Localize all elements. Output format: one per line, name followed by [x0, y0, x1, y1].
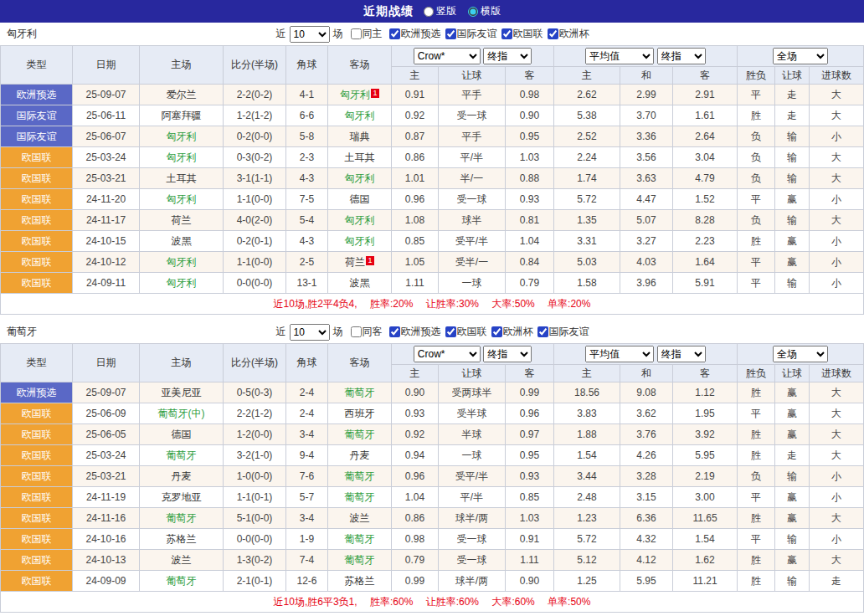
bookmaker-index-select[interactable]: 终指	[483, 346, 532, 362]
avg-draw: 3.15	[620, 487, 673, 508]
result-overunder: 小	[810, 273, 864, 294]
competition-checkbox-input[interactable]	[548, 28, 558, 39]
home-team: 匈牙利	[140, 126, 224, 147]
score: 1-2(1-2)	[224, 105, 286, 126]
average-index-select[interactable]: 终指	[657, 346, 706, 362]
competition-type: 欧国联	[1, 571, 73, 592]
bookmaker-select[interactable]: Crow*	[414, 48, 481, 64]
odds-away: 0.95	[506, 445, 554, 466]
competition-checkbox[interactable]: 欧国联	[501, 27, 543, 41]
same-venue-checkbox[interactable]: 同客	[351, 325, 383, 339]
odds-home: 1.01	[392, 168, 439, 189]
bookmaker-index-select[interactable]: 终指	[483, 48, 532, 64]
odds-away: 0.96	[506, 403, 554, 424]
competition-type: 欧国联	[1, 487, 73, 508]
score: 2-1(0-1)	[224, 571, 286, 592]
match-row: 欧国联 24-10-12 匈牙利 1-1(0-0) 2-5 荷兰1 1.05 受…	[1, 252, 864, 273]
odds-home: 0.93	[392, 403, 439, 424]
odds-away: 0.85	[506, 487, 554, 508]
same-venue-checkbox[interactable]: 同主	[351, 27, 383, 41]
competition-checkbox[interactable]: 欧洲预选	[389, 325, 441, 339]
home-team: 匈牙利	[140, 189, 224, 210]
avg-home: 1.58	[554, 273, 620, 294]
avg-draw: 3.36	[620, 126, 673, 147]
average-index-select[interactable]: 终指	[657, 48, 706, 64]
away-team-name: 葡萄牙	[345, 429, 375, 440]
competition-checkbox[interactable]: 欧洲杯	[491, 325, 533, 339]
layout-radio[interactable]: 竖版	[424, 4, 456, 18]
competition-checkbox[interactable]: 欧洲杯	[548, 27, 589, 41]
away-team-name: 匈牙利	[345, 214, 375, 226]
competition-checkbox-label: 国际友谊	[549, 325, 589, 339]
match-date: 25-06-11	[73, 105, 140, 126]
recent-count-select[interactable]: 10	[290, 26, 330, 43]
match-date: 25-03-21	[73, 466, 140, 487]
away-team: 德国	[328, 189, 392, 210]
scope-select[interactable]: 全场	[773, 346, 828, 362]
score: 1-2(0-0)	[224, 424, 286, 445]
avg-home: 5.38	[554, 105, 620, 126]
recent-count-select[interactable]: 10	[290, 324, 330, 341]
result-wdl: 胜	[738, 550, 775, 571]
scope-select[interactable]: 全场	[773, 48, 828, 64]
col-avg-away: 客	[673, 67, 738, 85]
avg-draw: 5.95	[620, 571, 673, 592]
result-handicap: 赢	[775, 550, 810, 571]
avg-away: 8.28	[673, 210, 738, 231]
layout-radio-input[interactable]	[424, 7, 434, 17]
competition-checkbox-input[interactable]	[537, 326, 548, 337]
avg-away: 1.95	[673, 403, 738, 424]
result-handicap: 输	[775, 168, 810, 189]
result-wdl: 胜	[738, 424, 775, 445]
avg-away: 2.19	[673, 466, 738, 487]
average-select[interactable]: 平均值	[585, 48, 654, 64]
avg-draw: 3.76	[620, 424, 673, 445]
competition-checkbox-input[interactable]	[501, 28, 512, 39]
match-row: 欧国联 24-09-09 葡萄牙 2-1(0-1) 12-6 苏格兰 0.99 …	[1, 571, 864, 592]
competition-checkbox-input[interactable]	[389, 28, 400, 39]
result-overunder: 小	[810, 529, 864, 550]
competition-checkbox-input[interactable]	[389, 326, 400, 337]
home-team-name: 德国	[172, 429, 192, 440]
result-wdl: 胜	[738, 571, 775, 592]
match-date: 24-10-12	[73, 252, 140, 273]
same-venue-input[interactable]	[351, 326, 362, 337]
competition-checkbox-input[interactable]	[445, 28, 456, 39]
corners: 12-6	[286, 571, 328, 592]
score: 1-1(0-1)	[224, 487, 286, 508]
same-venue-input[interactable]	[351, 28, 362, 39]
avg-draw: 4.26	[620, 445, 673, 466]
avg-home: 5.03	[554, 252, 620, 273]
avg-home: 1.35	[554, 210, 620, 231]
col-type: 类型	[1, 344, 73, 382]
competition-type: 欧国联	[1, 550, 73, 571]
average-select[interactable]: 平均值	[585, 346, 654, 362]
score: 0-5(0-3)	[224, 382, 286, 403]
handicap-line: 平/半	[439, 147, 506, 168]
away-team-name: 葡萄牙	[345, 491, 375, 503]
bookmaker-select[interactable]: Crow*	[414, 346, 481, 362]
competition-checkbox-input[interactable]	[445, 326, 456, 337]
score: 1-3(0-2)	[224, 550, 286, 571]
home-team: 土耳其	[140, 168, 224, 189]
result-overunder: 大	[810, 403, 864, 424]
corners: 7-4	[286, 550, 328, 571]
competition-checkbox[interactable]: 欧洲预选	[389, 27, 441, 41]
layout-radio-input[interactable]	[468, 7, 478, 17]
competition-checkbox[interactable]: 国际友谊	[537, 325, 589, 339]
avg-away: 1.61	[673, 105, 738, 126]
competition-checkbox-input[interactable]	[491, 326, 502, 337]
competition-checkbox-label: 欧洲杯	[559, 27, 589, 41]
recent-results-page: 近期战绩 竖版 横版 匈牙利 近 10 场	[0, 0, 864, 613]
col-odds-away: 客	[506, 365, 554, 382]
competition-checkbox[interactable]: 欧国联	[445, 325, 487, 339]
avg-home: 18.56	[554, 382, 620, 403]
layout-radio[interactable]: 横版	[468, 4, 501, 18]
odds-away: 0.91	[506, 529, 554, 550]
same-venue-label: 同主	[363, 27, 383, 41]
competition-checkbox[interactable]: 国际友谊	[445, 27, 497, 41]
recent-label-suffix: 场	[333, 325, 343, 339]
competition-type: 欧洲预选	[1, 85, 73, 105]
avg-home: 2.52	[554, 126, 620, 147]
away-team: 葡萄牙	[328, 529, 392, 550]
